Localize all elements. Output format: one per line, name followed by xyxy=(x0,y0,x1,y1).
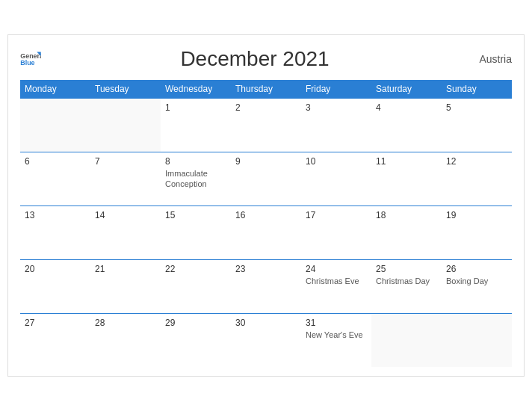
header-tuesday: Tuesday xyxy=(90,80,161,99)
calendar-cell: 10 xyxy=(301,152,371,206)
calendar-cell: 28 xyxy=(90,313,161,367)
day-event: Christmas Day xyxy=(376,276,437,286)
calendar-week-row: 2021222324Christmas Eve25Christmas Day26… xyxy=(20,259,512,313)
day-number: 6 xyxy=(25,156,86,167)
calendar-cell xyxy=(90,98,161,152)
day-number: 14 xyxy=(95,210,156,220)
header-friday: Friday xyxy=(301,80,371,99)
day-number: 8 xyxy=(165,156,226,167)
day-number: 20 xyxy=(25,264,86,274)
calendar-cell: 12 xyxy=(442,152,512,206)
day-number: 19 xyxy=(446,210,507,220)
day-number: 23 xyxy=(235,264,297,274)
day-number: 10 xyxy=(306,156,367,167)
calendar-cell: 1 xyxy=(161,98,231,152)
svg-text:Blue: Blue xyxy=(20,59,34,67)
calendar-week-row: 13141516171819 xyxy=(20,206,512,259)
calendar-cell: 8Immaculate Conception xyxy=(161,152,231,206)
calendar-cell: 13 xyxy=(20,206,90,259)
calendar-cell: 31New Year's Eve xyxy=(301,313,371,367)
calendar-cell xyxy=(371,313,442,367)
calendar-cell: 17 xyxy=(301,206,371,259)
calendar-cell: 5 xyxy=(442,98,512,152)
calendar-cell: 20 xyxy=(20,259,90,313)
day-number: 31 xyxy=(306,318,367,328)
month-title: December 2021 xyxy=(43,47,467,71)
day-number: 27 xyxy=(25,318,86,328)
day-number: 5 xyxy=(446,102,507,113)
calendar-cell: 24Christmas Eve xyxy=(301,259,371,313)
day-number: 1 xyxy=(165,102,226,113)
day-number: 13 xyxy=(25,210,86,220)
calendar-cell: 9 xyxy=(231,152,301,206)
header-thursday: Thursday xyxy=(231,80,301,99)
calendar-header: General Blue December 2021 Austria xyxy=(20,47,512,71)
calendar-week-row: 12345 xyxy=(20,98,512,152)
calendar-cell: 18 xyxy=(371,206,442,259)
header-sunday: Sunday xyxy=(442,80,512,99)
calendar-cell: 27 xyxy=(20,313,90,367)
day-number: 21 xyxy=(95,264,156,274)
calendar-cell: 25Christmas Day xyxy=(371,259,442,313)
calendar-cell: 21 xyxy=(90,259,161,313)
day-event: Boxing Day xyxy=(446,276,507,286)
day-number: 30 xyxy=(235,318,297,328)
day-number: 25 xyxy=(376,264,437,274)
calendar-cell xyxy=(442,313,512,367)
day-number: 17 xyxy=(306,210,367,220)
day-number: 4 xyxy=(376,102,437,113)
day-number: 22 xyxy=(165,264,226,274)
day-number: 16 xyxy=(235,210,297,220)
day-number: 24 xyxy=(306,264,367,274)
day-number: 7 xyxy=(95,156,156,167)
calendar-cell: 14 xyxy=(90,206,161,259)
calendar-cell: 23 xyxy=(231,259,301,313)
day-number: 2 xyxy=(235,102,297,113)
calendar-cell: 7 xyxy=(90,152,161,206)
day-number: 29 xyxy=(165,318,226,328)
day-event: Christmas Eve xyxy=(306,276,367,286)
calendar-week-row: 678Immaculate Conception9101112 xyxy=(20,152,512,206)
day-number: 15 xyxy=(165,210,226,220)
calendar-cell: 2 xyxy=(231,98,301,152)
calendar-table: Monday Tuesday Wednesday Thursday Friday… xyxy=(20,80,512,368)
calendar-cell: 29 xyxy=(161,313,231,367)
svg-text:General: General xyxy=(20,52,41,59)
header-monday: Monday xyxy=(20,80,90,99)
header-wednesday: Wednesday xyxy=(161,80,231,99)
day-number: 11 xyxy=(376,156,437,167)
day-number: 9 xyxy=(235,156,297,167)
header-saturday: Saturday xyxy=(371,80,442,99)
calendar-cell: 3 xyxy=(301,98,371,152)
country-label: Austria xyxy=(467,53,512,65)
day-number: 18 xyxy=(376,210,437,220)
calendar-cell: 15 xyxy=(161,206,231,259)
calendar-container: General Blue December 2021 Austria Monda… xyxy=(7,34,525,377)
day-number: 26 xyxy=(446,264,507,274)
calendar-cell xyxy=(20,98,90,152)
day-event: New Year's Eve xyxy=(306,330,367,340)
calendar-cell: 4 xyxy=(371,98,442,152)
calendar-cell: 11 xyxy=(371,152,442,206)
calendar-cell: 26Boxing Day xyxy=(442,259,512,313)
calendar-cell: 19 xyxy=(442,206,512,259)
calendar-week-row: 2728293031New Year's Eve xyxy=(20,313,512,367)
calendar-cell: 30 xyxy=(231,313,301,367)
logo: General Blue xyxy=(20,51,43,67)
calendar-cell: 22 xyxy=(161,259,231,313)
day-event: Immaculate Conception xyxy=(165,168,226,190)
calendar-cell: 6 xyxy=(20,152,90,206)
weekday-header-row: Monday Tuesday Wednesday Thursday Friday… xyxy=(20,80,512,99)
day-number: 3 xyxy=(306,102,367,113)
day-number: 12 xyxy=(446,156,507,167)
calendar-cell: 16 xyxy=(231,206,301,259)
day-number: 28 xyxy=(95,318,156,328)
